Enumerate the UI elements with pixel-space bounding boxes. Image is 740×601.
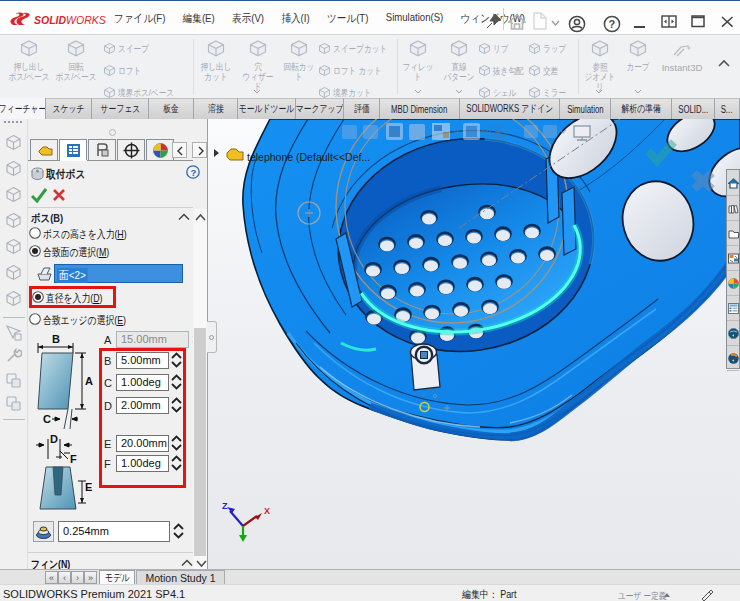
- svg-text:?: ?: [608, 18, 615, 30]
- svg-text:D: D: [50, 433, 58, 445]
- svg-text:Z: Z: [222, 501, 228, 511]
- svg-text:B: B: [52, 333, 60, 345]
- svg-text:F: F: [70, 453, 77, 465]
- svg-text:A: A: [85, 375, 93, 387]
- svg-text:C: C: [43, 413, 51, 425]
- svg-text:SOLIDWORKS: SOLIDWORKS: [34, 14, 106, 26]
- svg-text:?: ?: [190, 167, 196, 178]
- svg-text:X: X: [264, 506, 270, 516]
- svg-text:telephone (Default<<Def...: telephone (Default<<Def...: [247, 151, 370, 163]
- svg-text:E: E: [85, 481, 92, 493]
